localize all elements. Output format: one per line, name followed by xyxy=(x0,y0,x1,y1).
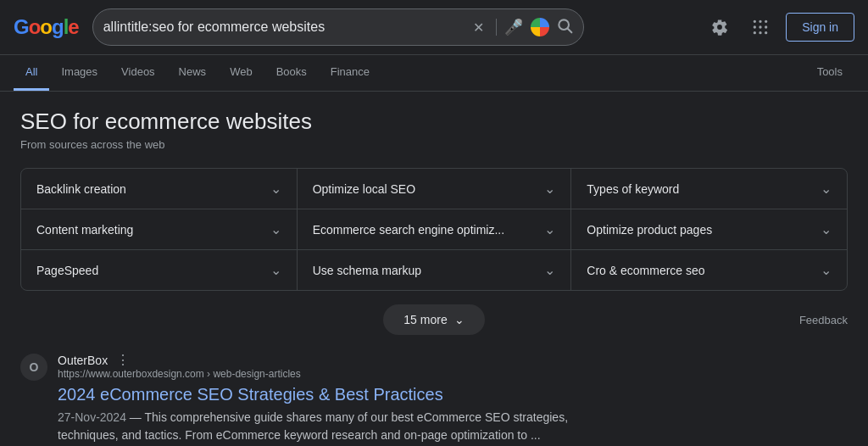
topic-optimize-local-seo[interactable]: Optimize local SEO ⌄ xyxy=(297,169,572,209)
result-snippet-text: — This comprehensive guide shares many o… xyxy=(58,410,568,442)
header-right: Sign in xyxy=(704,12,854,42)
subtitle: From sources across the web xyxy=(20,138,848,151)
header: Google ✕ 🎤 Sign in xyxy=(0,0,868,55)
search-divider xyxy=(496,19,497,36)
clear-icon[interactable]: ✕ xyxy=(469,17,489,37)
nav-item-news[interactable]: News xyxy=(167,55,219,91)
chevron-down-icon: ⌄ xyxy=(544,181,555,197)
topic-label: Optimize local SEO xyxy=(313,182,415,196)
search-input[interactable] xyxy=(103,20,462,35)
page-title: SEO for ecommerce websites xyxy=(20,109,848,135)
apps-icon[interactable] xyxy=(745,12,776,42)
topic-ecommerce-search[interactable]: Ecommerce search engine optimiz... ⌄ xyxy=(297,209,572,250)
nav-item-all[interactable]: All xyxy=(14,55,49,91)
search-result: O OuterBox ⋮ https://www.outerboxdesign.… xyxy=(20,352,848,444)
chevron-down-icon: ⌄ xyxy=(544,262,555,278)
topic-label: Backlink creation xyxy=(36,182,126,196)
topic-label: PageSpeed xyxy=(36,264,98,277)
tools-button[interactable]: Tools xyxy=(805,55,854,91)
result-title[interactable]: 2024 eCommerce SEO Strategies & Best Pra… xyxy=(58,383,583,405)
nav-right: Tools xyxy=(805,55,854,91)
more-button[interactable]: 15 more ⌄ xyxy=(383,304,484,335)
topic-optimize-product-pages[interactable]: Optimize product pages ⌄ xyxy=(571,209,847,250)
sign-in-button[interactable]: Sign in xyxy=(786,13,854,42)
nav-item-books[interactable]: Books xyxy=(264,55,319,91)
topic-types-of-keyword[interactable]: Types of keyword ⌄ xyxy=(571,169,847,209)
topic-pagespeed[interactable]: PageSpeed ⌄ xyxy=(21,250,297,290)
chevron-down-icon: ⌄ xyxy=(270,262,281,278)
more-row: 15 more ⌄ Feedback xyxy=(20,304,848,335)
svg-line-1 xyxy=(567,28,571,32)
lens-icon[interactable] xyxy=(531,18,549,36)
topic-label: Types of keyword xyxy=(587,182,679,196)
result-source-name: OuterBox ⋮ xyxy=(58,352,583,368)
chevron-down-icon: ⌄ xyxy=(821,262,832,278)
result-options-icon[interactable]: ⋮ xyxy=(116,352,130,368)
main-content: SEO for ecommerce websites From sources … xyxy=(0,92,868,446)
chevron-down-icon: ⌄ xyxy=(270,221,281,237)
feedback-link[interactable]: Feedback xyxy=(799,314,848,326)
search-bar: ✕ 🎤 xyxy=(92,8,584,46)
result-favicon: O xyxy=(20,354,47,381)
topic-backlink-creation[interactable]: Backlink creation ⌄ xyxy=(21,169,297,209)
chevron-down-icon: ⌄ xyxy=(270,181,281,197)
nav-item-web[interactable]: Web xyxy=(218,55,264,91)
search-bar-icons: ✕ 🎤 xyxy=(469,17,573,38)
more-chevron-icon: ⌄ xyxy=(454,313,465,326)
topic-label: Ecommerce search engine optimiz... xyxy=(313,223,504,237)
nav-left: All Images Videos News Web Books Finance xyxy=(14,55,381,91)
topic-label: Content marketing xyxy=(36,223,133,237)
topics-grid: Backlink creation ⌄ Optimize local SEO ⌄… xyxy=(20,168,848,291)
nav-item-videos[interactable]: Videos xyxy=(109,55,167,91)
result-snippet: 27-Nov-2024 — This comprehensive guide s… xyxy=(58,409,583,444)
nav-item-finance[interactable]: Finance xyxy=(319,55,381,91)
result-content: OuterBox ⋮ https://www.outerboxdesign.co… xyxy=(58,352,583,444)
nav-item-images[interactable]: Images xyxy=(49,55,109,91)
nav: All Images Videos News Web Books Finance… xyxy=(0,55,868,92)
google-logo: Google xyxy=(14,15,79,39)
topic-cro-ecommerce[interactable]: Cro & ecommerce seo ⌄ xyxy=(571,250,847,290)
microphone-icon[interactable]: 🎤 xyxy=(504,17,524,37)
result-url: https://www.outerboxdesign.com › web-des… xyxy=(58,368,583,380)
search-submit-icon[interactable] xyxy=(556,17,573,38)
topic-label: Optimize product pages xyxy=(587,223,712,237)
topic-schema-markup[interactable]: Use schema markup ⌄ xyxy=(297,250,572,290)
chevron-down-icon: ⌄ xyxy=(544,221,555,237)
topic-label: Use schema markup xyxy=(313,264,421,277)
settings-icon[interactable] xyxy=(704,12,735,42)
topic-label: Cro & ecommerce seo xyxy=(587,264,704,277)
chevron-down-icon: ⌄ xyxy=(821,221,832,237)
topic-content-marketing[interactable]: Content marketing ⌄ xyxy=(21,209,297,250)
more-button-label: 15 more xyxy=(403,313,447,326)
chevron-down-icon: ⌄ xyxy=(821,181,832,197)
